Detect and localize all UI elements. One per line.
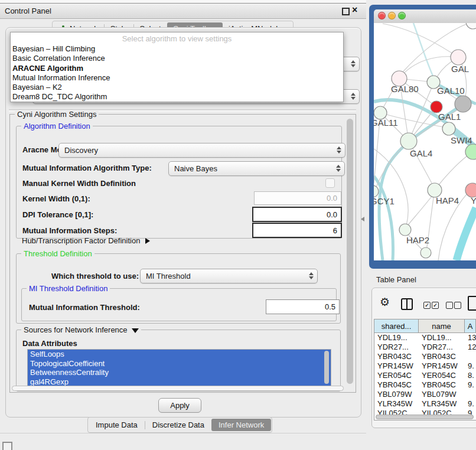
table-hscrollbar-thumb[interactable] — [376, 415, 474, 419]
table-panel-title: Table Panel — [376, 275, 416, 284]
apply-button[interactable]: Apply — [158, 398, 201, 413]
network-node-gal4[interactable] — [400, 133, 417, 149]
network-window-titlebar[interactable] — [374, 9, 476, 24]
table-row[interactable]: YBL079WYBL079W — [374, 390, 476, 399]
network-node-bottom-partial[interactable] — [420, 247, 431, 258]
attribute-item[interactable]: BetweennessCentrality — [28, 368, 331, 377]
split-pane-collapse-icon[interactable] — [361, 217, 364, 221]
which-threshold-combo[interactable]: MI Threshold — [140, 269, 318, 283]
gear-icon[interactable]: ⚙ — [380, 295, 390, 309]
manual-kernel-checkbox[interactable] — [325, 178, 335, 188]
algorithm-option[interactable]: Mutual Information Inference — [11, 73, 343, 83]
table-row[interactable]: YPR145WYPR145W9. — [374, 361, 476, 371]
attribute-item[interactable]: SelfLoops — [28, 350, 331, 359]
columns-icon[interactable] — [401, 298, 413, 310]
table-row[interactable]: YBR043CYBR043C — [374, 352, 476, 361]
aracne-mode-combo[interactable]: Discovery — [58, 143, 345, 158]
hub-expander-label: Hub/Transcription Factor Definition — [22, 236, 140, 245]
algorithm-option[interactable]: Bayesian – Hill Climbing — [11, 44, 343, 54]
table-row[interactable]: YDR27...YDR27...12 — [374, 343, 476, 352]
column-header[interactable]: shared... — [374, 319, 419, 333]
mi-type-label: Mutual Information Algorithm Type: — [22, 164, 152, 172]
algorithm-option[interactable]: Basic Correlation Inference — [11, 54, 343, 63]
table-cell: YPR145W — [374, 361, 419, 371]
network-edge[interactable] — [438, 154, 470, 185]
algorithm-dropdown[interactable]: Select algorithm to view settings Bayesi… — [10, 32, 344, 102]
close-icon[interactable]: × — [352, 5, 357, 15]
float-window-icon[interactable] — [342, 8, 350, 15]
algorithm-definition-title: Algorithm Definition — [21, 122, 93, 131]
network-node-gal10-gray[interactable] — [455, 96, 471, 112]
network-node-hap2[interactable] — [399, 224, 411, 236]
list-scrollbar-thumb[interactable] — [324, 351, 329, 384]
checked-checkbox-icon[interactable] — [423, 302, 431, 309]
network-node-swi4[interactable] — [465, 144, 476, 159]
unchecked-checkbox-icon[interactable] — [454, 302, 461, 309]
data-attributes-list[interactable]: SelfLoopsTopologicalCoefficientBetweenne… — [27, 349, 331, 387]
node-label: GCY1 — [374, 196, 395, 206]
algorithm-option[interactable]: Bayesian – K2 — [11, 83, 343, 92]
mi-threshold-definition-title: MI Threshold Definition — [27, 284, 110, 293]
zoom-traffic-light[interactable] — [398, 12, 406, 19]
table-cell: 9. — [465, 361, 476, 371]
algorithm-dropdown-placeholder: Select algorithm to view settings — [11, 34, 343, 43]
control-panel-titlebar[interactable]: Control Panel × — [0, 4, 366, 19]
table-row[interactable]: YER054CYER054C8. — [374, 371, 476, 380]
settings-hscrollbar[interactable] — [12, 386, 344, 391]
table-cell: YER054C — [419, 371, 465, 380]
mi-threshold-field[interactable]: 0.5 — [266, 299, 340, 314]
minimized-panel-icon[interactable] — [2, 442, 12, 450]
aracne-mode-value: Discovery — [64, 146, 98, 155]
network-edge[interactable] — [407, 195, 433, 226]
tab-infer-network[interactable]: Infer Network — [211, 419, 271, 431]
network-node-gal-right[interactable] — [451, 50, 466, 65]
node-label: GAL — [451, 64, 469, 74]
kernel-width-field[interactable]: 0.0 — [254, 191, 341, 205]
close-traffic-light[interactable] — [378, 12, 386, 19]
column-header[interactable]: name — [419, 319, 465, 333]
table-header-row: shared...nameA — [374, 319, 476, 333]
network-node-gcy1[interactable] — [374, 185, 379, 197]
stepper-icon — [309, 272, 314, 279]
attribute-item[interactable]: TopologicalCoefficient — [28, 359, 331, 369]
table-row[interactable]: YBR045CYBR045C9. — [374, 380, 476, 390]
collapsed-arrow-icon[interactable] — [145, 238, 150, 244]
hub-expander[interactable]: Hub/Transcription Factor Definition — [22, 236, 150, 245]
table-row[interactable]: YLR345WYLR345W9. — [374, 399, 476, 409]
window-bottom-edge — [0, 433, 366, 433]
algorithm-option[interactable]: Dream8 DC_TDC Algorithm — [11, 92, 343, 102]
network-edge[interactable] — [457, 208, 476, 260]
hscrollbar-thumb[interactable] — [12, 386, 344, 391]
table-cell: YBL079W — [419, 390, 465, 399]
unchecked-checkbox-icon[interactable] — [446, 302, 453, 309]
settings-scrollbar-thumb[interactable] — [347, 119, 353, 384]
table-hscrollbar[interactable] — [376, 415, 474, 419]
column-header[interactable]: A — [465, 319, 476, 333]
network-view-window[interactable]: GALGAL80GAL10GAL1SWI4GAL11GAL4GCY1HAP4YH… — [369, 5, 476, 269]
network-canvas[interactable]: GALGAL80GAL10GAL1SWI4GAL11GAL4GCY1HAP4YH… — [374, 23, 476, 260]
algorithm-option[interactable]: ARACNE Algorithm — [11, 64, 343, 73]
mi-threshold-label: Mutual Information Threshold: — [29, 303, 140, 312]
table-cell: YDL19... — [374, 333, 419, 343]
mi-type-combo[interactable]: Naive Bayes — [168, 161, 345, 176]
mi-steps-field[interactable]: 6 — [252, 223, 342, 238]
node-label: SWI4 — [451, 135, 472, 145]
table-row[interactable]: YDL19...YDL19...13 — [374, 333, 476, 343]
minimize-traffic-light[interactable] — [388, 12, 396, 19]
network-edge[interactable] — [383, 24, 458, 57]
dpi-tolerance-field[interactable]: 0.0 — [252, 207, 342, 222]
tab-impute-data[interactable]: Impute Data — [89, 419, 145, 431]
network-edge[interactable] — [413, 23, 433, 77]
node-label: GAL4 — [410, 148, 432, 158]
node-label: GAL10 — [437, 86, 465, 96]
network-node-red-node[interactable] — [431, 101, 442, 113]
tab-discretize-data[interactable]: Discretize Data — [145, 419, 211, 431]
node-label: Y — [471, 195, 476, 206]
checked-checkbox-icon[interactable] — [432, 302, 439, 309]
network-node-gal1[interactable] — [442, 122, 455, 135]
expanded-arrow-icon[interactable] — [132, 328, 139, 333]
document-icon[interactable] — [468, 296, 476, 311]
table-cell: YLR345W — [374, 399, 419, 409]
network-node-top-partial[interactable] — [466, 23, 476, 29]
mi-steps-label: Mutual Information Steps: — [22, 226, 117, 235]
